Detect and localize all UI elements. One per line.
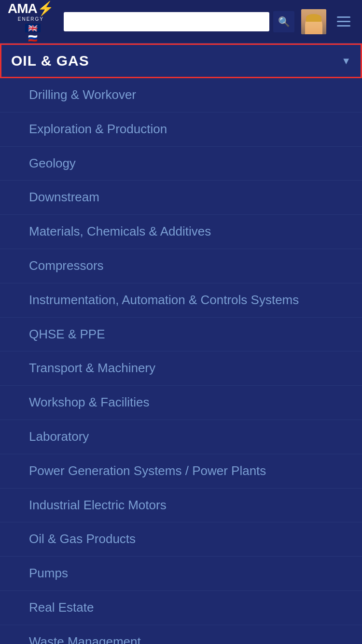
menu-item[interactable]: Power Generation Systems / Power Plants <box>0 454 362 489</box>
logo-area: AMA⚡ ENERGY <box>8 0 54 42</box>
flags <box>25 24 41 42</box>
menu-button[interactable] <box>333 11 354 32</box>
menu-item[interactable]: Waste Management <box>0 625 362 644</box>
chevron-down-icon: ▼ <box>341 56 351 67</box>
search-icon: 🔍 <box>278 16 290 28</box>
logo-bolt-icon: ⚡ <box>37 0 54 16</box>
avatar[interactable] <box>301 9 326 34</box>
menu-item[interactable]: Workshop & Facilities <box>0 386 362 420</box>
menu-item[interactable]: Oil & Gas Products <box>0 522 362 557</box>
menu-item[interactable]: Real Estate <box>0 591 362 625</box>
category-title: OIL & GAS <box>11 53 89 69</box>
hamburger-line-1 <box>337 16 350 18</box>
menu-item[interactable]: QHSE & PPE <box>0 318 362 352</box>
header: AMA⚡ ENERGY 🔍 <box>0 0 362 43</box>
menu-item[interactable]: Downstream <box>0 181 362 215</box>
avatar-hair <box>306 14 321 22</box>
logo-energy: ENERGY <box>18 16 44 22</box>
search-input[interactable] <box>64 12 269 31</box>
hamburger-line-2 <box>337 21 350 22</box>
flag-uk-icon[interactable] <box>25 24 41 32</box>
search-button[interactable]: 🔍 <box>273 11 294 32</box>
menu-item[interactable]: Transport & Machinery <box>0 351 362 386</box>
menu-item[interactable]: Exploration & Production <box>0 112 362 147</box>
menu-list: Drilling & WorkoverExploration & Product… <box>0 78 362 644</box>
menu-item[interactable]: Pumps <box>0 557 362 591</box>
search-area: 🔍 <box>64 9 354 34</box>
hamburger-line-3 <box>337 25 350 27</box>
avatar-face <box>305 15 322 34</box>
flag-ru-icon[interactable] <box>25 34 41 42</box>
menu-item[interactable]: Instrumentation, Automation & Controls S… <box>0 283 362 318</box>
menu-item[interactable]: Drilling & Workover <box>0 78 362 112</box>
logo-text: AMA⚡ <box>8 0 54 16</box>
menu-item[interactable]: Laboratory <box>0 420 362 454</box>
menu-item[interactable]: Materials, Chemicals & Additives <box>0 215 362 249</box>
menu-item[interactable]: Compressors <box>0 249 362 283</box>
avatar-image <box>301 9 326 34</box>
logo-ama: AMA <box>8 1 37 16</box>
category-header[interactable]: OIL & GAS ▼ <box>0 43 362 78</box>
menu-item[interactable]: Industrial Electric Motors <box>0 489 362 523</box>
menu-item[interactable]: Geology <box>0 147 362 181</box>
